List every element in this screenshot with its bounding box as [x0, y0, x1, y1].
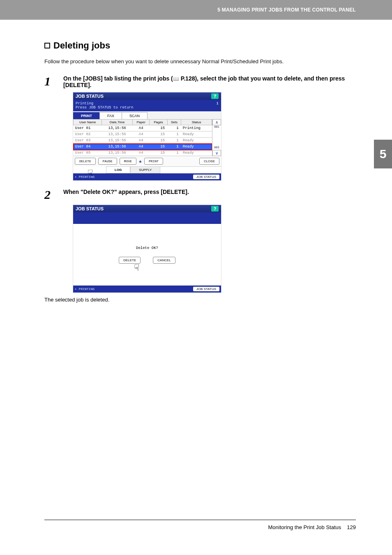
diamond-icon: ◈: [139, 159, 142, 164]
col-datetime: Date,Time: [102, 120, 133, 125]
tab-scan[interactable]: SCAN: [122, 112, 148, 119]
panel-page-number: 1: [217, 101, 219, 110]
chevron-down-icon: ∨: [215, 151, 218, 155]
job-status-button[interactable]: JOB STATUS: [193, 287, 219, 291]
col-user: User Name: [74, 120, 102, 125]
pointer-hand-icon: ☟: [88, 168, 93, 179]
section-intro: Follow the procedure below when you want…: [44, 58, 356, 64]
table-row-selected[interactable]: User 04 13,15:56 A4 15 1 Ready: [74, 144, 212, 150]
subtab-supply[interactable]: SUPPLY: [130, 167, 160, 173]
chevron-up-icon: ∧: [215, 120, 218, 124]
subtab-log[interactable]: LOG: [106, 167, 130, 173]
pointer-hand-icon: ☟: [134, 263, 139, 273]
job-table: User Name Date,Time Paper Pages Sets Sta…: [73, 119, 212, 156]
chapter-header: 5 MANAGING PRINT JOBS FROM THE CONTROL P…: [0, 0, 392, 20]
print-button[interactable]: PRINT: [144, 158, 163, 165]
tab-fax[interactable]: FAX: [99, 112, 122, 119]
step-number: 1: [44, 75, 56, 88]
tab-print[interactable]: PRINT: [73, 112, 100, 119]
col-status: Status: [181, 120, 212, 125]
pause-button[interactable]: PAUSE: [98, 158, 117, 165]
panel-status-line1: Printing: [76, 101, 133, 106]
bullet-square-icon: [44, 43, 50, 48]
col-paper: Paper: [132, 120, 149, 125]
footer-status: ▪ PRINTING: [75, 287, 95, 291]
scroll-index-top: 001: [212, 125, 221, 129]
step-1-instruction: On the [JOBS] tab listing the print jobs…: [63, 75, 356, 88]
col-pages: Pages: [150, 120, 167, 125]
scroll-down-button[interactable]: ∨: [212, 150, 221, 156]
table-row[interactable]: User 05 13,15:56 A4 15 1 Ready: [74, 150, 212, 156]
step-2-result: The selected job is deleted.: [44, 297, 356, 303]
help-icon[interactable]: ?: [211, 93, 219, 99]
footer-section-label: Monitoring the Print Job Status: [268, 524, 341, 530]
help-icon[interactable]: ?: [211, 206, 219, 212]
confirm-panel: JOB STATUS ? Delete OK? DELETE CANCEL ▪ …: [73, 205, 221, 292]
footer-page-number: 129: [347, 524, 356, 530]
panel-status-line2: Press JOB STATUS to return: [76, 106, 133, 110]
table-row[interactable]: User 02 13,15:56 A4 15 1 Ready: [74, 131, 212, 138]
move-button[interactable]: MOVE: [120, 158, 136, 165]
col-sets: Sets: [167, 120, 181, 125]
section-heading: Deleting jobs: [44, 40, 356, 51]
confirm-question: Delete OK?: [136, 246, 158, 250]
job-status-panel: JOB STATUS ? Printing Press JOB STATUS t…: [73, 92, 221, 180]
chapter-title: 5 MANAGING PRINT JOBS FROM THE CONTROL P…: [217, 7, 356, 13]
step-number: 2: [44, 189, 56, 201]
table-row[interactable]: User 01 13,15:56 A4 15 1 Printing: [74, 125, 212, 131]
scroll-up-button[interactable]: ∧: [212, 119, 221, 125]
scroll-index-bottom: 003: [212, 146, 221, 150]
step-2-instruction: When "Delete OK?" appears, press [DELETE…: [63, 189, 356, 201]
book-icon: 📖: [173, 76, 179, 82]
table-row[interactable]: User 03 13,15:56 A4 15 1 Ready: [74, 138, 212, 144]
job-status-button[interactable]: JOB STATUS: [193, 175, 219, 179]
side-chapter-tab: 5: [374, 140, 392, 168]
panel-title: JOB STATUS: [76, 206, 104, 211]
delete-button[interactable]: DELETE: [75, 158, 96, 165]
page-footer: Monitoring the Print Job Status 129: [44, 520, 356, 530]
panel-title: JOB STATUS: [76, 94, 104, 99]
section-title: Deleting jobs: [53, 40, 110, 51]
confirm-cancel-button[interactable]: CANCEL: [153, 257, 175, 264]
close-button[interactable]: CLOSE: [199, 158, 219, 165]
